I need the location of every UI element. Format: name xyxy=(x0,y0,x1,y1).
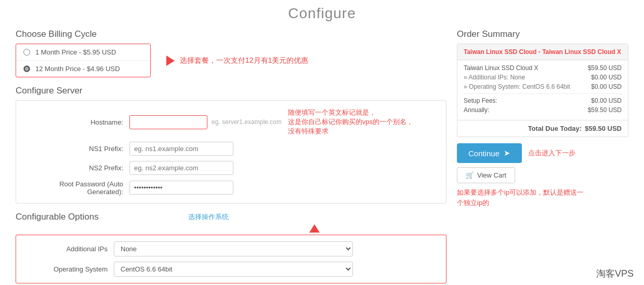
billing-option-1month[interactable]: 1 Month Price - $5.95 USD xyxy=(16,44,150,61)
continue-annotation: 点击进入下一步 xyxy=(528,148,575,158)
order-annually-amount: $59.50 USD xyxy=(588,106,622,114)
order-summary-header: Taiwan Linux SSD Cloud - Taiwan Linux SS… xyxy=(457,44,628,60)
billing-cycle-section: Choose Billing Cycle 1 Month Price - $5.… xyxy=(16,29,446,77)
os-annotation-label: 选择操作系统 xyxy=(188,212,229,222)
server-section-title: Configure Server xyxy=(16,86,446,96)
arrow-up-icon xyxy=(309,224,320,233)
order-line-os-label: » Operating System: CentOS 6.6 64bit xyxy=(464,83,570,90)
billing-label-12month[interactable]: 12 Month Price - $4.96 USD xyxy=(35,65,120,73)
view-cart-label: View Cart xyxy=(477,171,506,179)
hostname-input[interactable] xyxy=(129,115,207,129)
hostname-annot-line3: 没有特殊要求 xyxy=(288,127,328,135)
server-form: Hostname: eg. server1.example.com 随便填写一个… xyxy=(16,100,446,203)
ns2-label: NS2 Prefix: xyxy=(25,164,129,172)
billing-radio-12month[interactable] xyxy=(23,65,30,72)
order-summary-box: Taiwan Linux SSD Cloud - Taiwan Linux SS… xyxy=(457,44,628,137)
order-line-setup: Setup Fees: $0.00 USD xyxy=(464,97,622,104)
operating-system-label: Operating System xyxy=(25,265,114,273)
os-annotation-wrap xyxy=(182,224,446,234)
view-cart-row: 🛒 View Cart xyxy=(457,167,628,183)
order-line-ips-label: » Additional IPs: None xyxy=(464,74,525,81)
hostname-placeholder: eg. server1.example.com xyxy=(212,118,282,126)
order-header-product: Taiwan Linux SSD Cloud X xyxy=(542,48,621,56)
arrow-right-icon xyxy=(166,56,175,66)
order-line-ips: » Additional IPs: None $0.00 USD xyxy=(464,74,622,81)
page-wrapper: Configure Choose Billing Cycle 1 Month P… xyxy=(0,0,644,285)
billing-option-12month[interactable]: 12 Month Price - $4.96 USD xyxy=(16,61,150,77)
cart-icon: 🛒 xyxy=(466,171,474,179)
password-label: Root Password (Auto Generated): xyxy=(25,180,129,196)
operating-system-row: Operating System CentOS 6.6 64bit xyxy=(25,262,437,277)
right-column: Order Summary Taiwan Linux SSD Cloud - T… xyxy=(457,29,628,285)
left-column: Choose Billing Cycle 1 Month Price - $5.… xyxy=(16,29,446,285)
operating-system-select[interactable]: CentOS 6.6 64bit xyxy=(114,262,353,277)
watermark: 淘客VPS xyxy=(596,267,634,280)
order-divider-1 xyxy=(464,93,622,94)
ns2-input[interactable] xyxy=(129,161,233,175)
configurable-section: Configurable Options 选择操作系统 Additional I… xyxy=(16,212,446,283)
ip-annot-line2: 个独立ip的 xyxy=(457,199,489,207)
billing-row: 1 Month Price - $5.95 USD 12 Month Price… xyxy=(16,44,446,77)
hostname-annot-line2: 这是你自己标记你购买的vps的一个别名， xyxy=(288,118,413,126)
order-summary-title: Order Summary xyxy=(457,29,628,39)
continue-arrow-icon: ➤ xyxy=(504,148,510,158)
ns2-row: NS2 Prefix: xyxy=(25,161,437,175)
order-line-os: » Operating System: CentOS 6.6 64bit $0.… xyxy=(464,83,622,90)
billing-radio-1month[interactable] xyxy=(23,49,30,56)
order-setup-amount: $0.00 USD xyxy=(591,97,622,104)
continue-label: Continue xyxy=(468,149,500,158)
configure-server-section: Configure Server Hostname: eg. server1.e… xyxy=(16,86,446,203)
billing-annotation: 选择套餐，一次支付12月有1美元的优惠 xyxy=(166,56,308,66)
additional-ips-select[interactable]: None xyxy=(114,241,353,256)
order-summary-body: Taiwan Linux SSD Cloud X $59.50 USD » Ad… xyxy=(457,60,628,120)
continue-row: Continue ➤ 点击进入下一步 xyxy=(457,143,628,163)
order-total-row: Total Due Today: $59.50 USD xyxy=(457,120,628,137)
ip-annotation: 如果要选择多个ip可以添加，默认是赠送一 个独立ip的 xyxy=(457,187,628,208)
order-header-prefix: Taiwan Linux SSD Cloud - xyxy=(464,48,542,56)
order-line-product-amount: $59.50 USD xyxy=(588,64,622,72)
order-summary-section: Order Summary Taiwan Linux SSD Cloud - T… xyxy=(457,29,628,137)
ns1-input[interactable] xyxy=(129,142,233,156)
order-setup-label: Setup Fees: xyxy=(464,97,497,104)
page-title: Configure xyxy=(0,0,644,29)
order-total-label: Total Due Today: xyxy=(528,125,582,132)
additional-ips-label: Additional IPs xyxy=(25,245,114,253)
configurable-inner-box: Additional IPs None Operating System Cen… xyxy=(16,235,446,283)
billing-options-box: 1 Month Price - $5.95 USD 12 Month Price… xyxy=(16,44,151,77)
configurable-section-title: Configurable Options xyxy=(16,212,99,222)
additional-ips-row: Additional IPs None xyxy=(25,241,437,256)
hostname-annot-line1: 随便填写一个英文标记就是， xyxy=(288,108,376,116)
password-input[interactable] xyxy=(129,181,233,195)
view-cart-button[interactable]: 🛒 View Cart xyxy=(457,167,515,183)
hostname-annotation: 随便填写一个英文标记就是， 这是你自己标记你购买的vps的一个别名， 没有特殊要… xyxy=(288,108,413,137)
order-line-os-amount: $0.00 USD xyxy=(591,83,622,90)
ip-annot-line1: 如果要选择多个ip可以添加，默认是赠送一 xyxy=(457,188,584,196)
billing-annotation-text: 选择套餐，一次支付12月有1美元的优惠 xyxy=(180,56,308,65)
order-total-amount: $59.50 USD xyxy=(585,125,622,132)
continue-button[interactable]: Continue ➤ xyxy=(457,143,522,163)
billing-section-title: Choose Billing Cycle xyxy=(16,29,446,39)
main-layout: Choose Billing Cycle 1 Month Price - $5.… xyxy=(0,29,644,285)
order-annually-label: Annually: xyxy=(464,106,489,114)
order-line-product-label: Taiwan Linux SSD Cloud X xyxy=(464,64,538,72)
order-line-product: Taiwan Linux SSD Cloud X $59.50 USD xyxy=(464,64,622,72)
hostname-label: Hostname: xyxy=(25,118,129,126)
hostname-row: Hostname: eg. server1.example.com 随便填写一个… xyxy=(25,108,437,137)
order-line-annually: Annually: $59.50 USD xyxy=(464,106,622,114)
billing-label-1month[interactable]: 1 Month Price - $5.95 USD xyxy=(35,48,116,56)
ns1-row: NS1 Prefix: xyxy=(25,142,437,156)
ns1-label: NS1 Prefix: xyxy=(25,145,129,153)
order-line-ips-amount: $0.00 USD xyxy=(591,74,622,81)
password-row: Root Password (Auto Generated): xyxy=(25,180,437,196)
